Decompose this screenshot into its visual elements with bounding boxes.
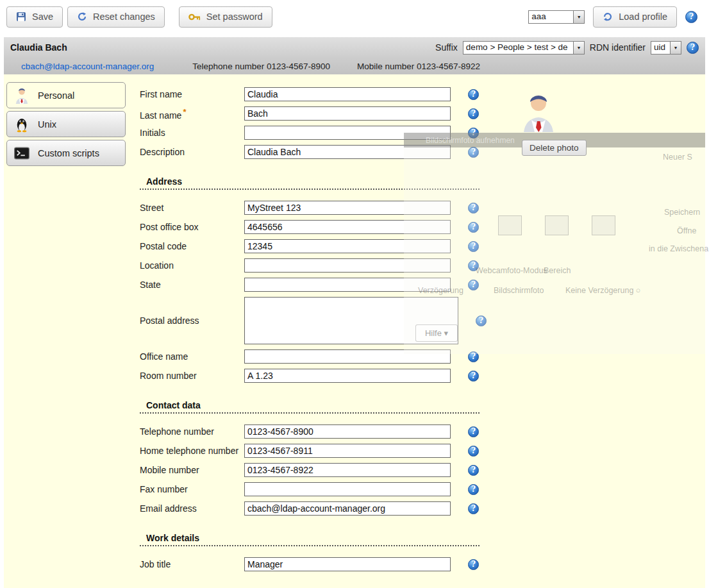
mobile-number-input[interactable] <box>244 463 451 477</box>
telephone-number-input[interactable] <box>244 424 451 439</box>
last-name-input[interactable] <box>244 106 451 121</box>
section-header-address: Address <box>140 176 480 190</box>
terminal-icon <box>13 144 31 162</box>
first-name-label: First name <box>140 89 244 99</box>
account-header-controls: Suffix demo > People > test > de RDN ide… <box>435 41 699 55</box>
help-icon[interactable] <box>685 11 697 23</box>
help-icon[interactable] <box>468 128 479 139</box>
help-icon[interactable] <box>468 203 479 214</box>
section-header-contact-data: Contact data <box>140 400 480 414</box>
job-title-input[interactable] <box>244 557 451 571</box>
street-input[interactable] <box>244 201 451 215</box>
set-password-button[interactable]: Set password <box>179 6 272 28</box>
help-icon[interactable] <box>468 89 479 100</box>
office-name-label: Office name <box>140 351 244 362</box>
form-row-room-number: Room number <box>140 369 489 383</box>
help-icon[interactable] <box>468 108 479 119</box>
user-photo[interactable] <box>522 92 555 135</box>
tab-personal[interactable]: Personal <box>6 82 126 108</box>
home-telephone-number-input[interactable] <box>244 444 451 458</box>
load-profile-icon <box>603 12 613 22</box>
help-icon[interactable] <box>687 42 699 54</box>
account-email-link[interactable]: cbach@ldap-account-manager.org <box>21 62 154 71</box>
load-profile-button[interactable]: Load profile <box>593 6 677 28</box>
delete-photo-button[interactable]: Delete photo <box>522 140 587 156</box>
ghost-thumbnail <box>498 215 522 235</box>
initials-label: Initials <box>140 128 244 138</box>
postal-address-label: Postal address <box>140 315 244 326</box>
suffix-select[interactable]: demo > People > test > de <box>463 41 585 55</box>
description-input[interactable] <box>244 145 451 159</box>
form-row-location: Location <box>140 258 489 273</box>
help-icon[interactable] <box>468 426 479 437</box>
save-button[interactable]: Save <box>6 6 63 28</box>
first-name-input[interactable] <box>244 87 451 101</box>
job-title-label: Job title <box>140 559 244 569</box>
form-row-email-address: Email address <box>140 501 489 516</box>
account-header-row2: cbach@ldap-account-manager.org Telephone… <box>4 58 705 74</box>
initials-input[interactable] <box>244 126 451 140</box>
help-icon[interactable] <box>468 446 479 457</box>
tab-label: Custom scripts <box>38 148 99 158</box>
content-area: Bildschirmfoto aufnehmen Neuer S Speiche… <box>4 74 705 588</box>
help-icon[interactable] <box>476 315 487 326</box>
help-icon[interactable] <box>468 280 479 290</box>
reset-changes-button[interactable]: Reset changes <box>67 6 165 28</box>
profile-select[interactable]: aaa <box>528 10 585 24</box>
required-marker <box>181 110 186 120</box>
form-row-state: State <box>140 278 489 292</box>
form-row-mobile-number: Mobile number <box>140 463 489 477</box>
ghost-text: Neuer S <box>663 153 692 162</box>
help-icon[interactable] <box>468 484 479 495</box>
email-address-input[interactable] <box>244 501 451 516</box>
post-office-box-input[interactable] <box>244 220 451 234</box>
state-label: State <box>140 280 244 290</box>
help-icon[interactable] <box>468 371 479 382</box>
help-icon[interactable] <box>468 241 479 252</box>
help-icon[interactable] <box>468 260 479 271</box>
help-icon[interactable] <box>468 351 479 362</box>
postal-code-input[interactable] <box>244 239 451 253</box>
ghost-thumbnail <box>545 215 569 235</box>
postal-address-input[interactable] <box>244 297 458 344</box>
help-icon[interactable] <box>468 465 479 476</box>
room-number-input[interactable] <box>244 369 451 383</box>
key-icon <box>188 13 201 21</box>
form-row-fax-number: Fax number <box>140 482 489 496</box>
tab-label: Personal <box>38 90 74 101</box>
mobile-number-label: Mobile number <box>140 465 244 475</box>
photo-area: Delete photo <box>522 92 587 156</box>
street-label: Street <box>140 203 244 213</box>
load-profile-label: Load profile <box>619 12 667 22</box>
email-address-label: Email address <box>140 503 244 514</box>
form-row-initials: Initials <box>140 126 489 140</box>
suffix-select-value: demo > People > test > de <box>463 42 573 54</box>
help-icon[interactable] <box>468 503 479 514</box>
reset-label: Reset changes <box>93 12 155 22</box>
form-row-telephone-number: Telephone number <box>140 424 489 439</box>
form-row-postal-code: Postal code <box>140 239 489 253</box>
form-row-post-office-box: Post office box <box>140 220 489 234</box>
tab-unix[interactable]: Unix <box>6 111 126 137</box>
fax-number-input[interactable] <box>244 482 451 496</box>
toolbar: Save Reset changes Set password aaa <box>0 0 709 33</box>
reset-arrow-icon <box>77 12 87 22</box>
help-icon[interactable] <box>468 222 479 233</box>
help-icon[interactable] <box>468 559 479 570</box>
location-input[interactable] <box>244 258 451 273</box>
rdn-identifier-select[interactable]: uid <box>651 41 681 55</box>
help-icon[interactable] <box>468 147 479 158</box>
office-name-input[interactable] <box>244 349 451 364</box>
location-label: Location <box>140 260 244 271</box>
state-input[interactable] <box>244 278 451 292</box>
last-name-label: Last name <box>140 107 244 121</box>
form-sections: First nameLast nameInitialsDescriptionAd… <box>140 87 489 576</box>
ghost-text: in die Zwischena <box>649 244 708 253</box>
set-password-label: Set password <box>206 12 263 22</box>
ghost-text: Bereich <box>544 266 571 275</box>
tab-custom-scripts[interactable]: Custom scripts <box>6 140 126 166</box>
tab-label: Unix <box>38 119 56 130</box>
account-mobile: Mobile number 0123-4567-8922 <box>357 62 480 71</box>
suffix-label: Suffix <box>435 42 458 53</box>
fax-number-label: Fax number <box>140 484 244 494</box>
